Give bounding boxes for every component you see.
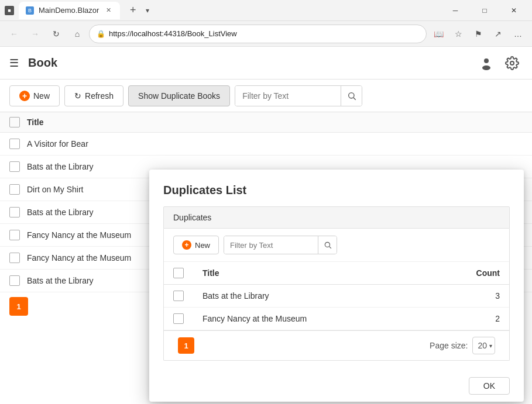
modal-search-icon: [324, 241, 332, 249]
page-size-value: 20: [478, 341, 487, 350]
favorites-button[interactable]: ☆: [449, 25, 468, 43]
refresh-icon: ↻: [74, 91, 81, 101]
collections-button[interactable]: ⚑: [469, 25, 488, 43]
modal-search-button[interactable]: [318, 236, 337, 254]
modal-filter-input[interactable]: [224, 236, 318, 254]
dup-title-0: Bats at the Library: [193, 285, 428, 308]
show-duplicate-label: Show Duplicate Books: [138, 91, 220, 101]
forward-button[interactable]: →: [26, 25, 44, 43]
search-button[interactable]: [341, 85, 362, 106]
modal-filter-wrap: [224, 236, 337, 254]
modal-new-button[interactable]: + New: [173, 236, 219, 254]
browser-tab[interactable]: B MainDemo.Blazor ✕: [19, 2, 120, 19]
list-item: A Visitor for Bear: [0, 133, 532, 156]
duplicates-modal[interactable]: Duplicates List Duplicates + New: [149, 170, 524, 402]
row-checkbox-2[interactable]: [9, 184, 20, 195]
table-row: Fancy Nancy at the Museum 2: [164, 308, 509, 330]
row-checkbox-1[interactable]: [9, 161, 20, 172]
user-icon-button[interactable]: [476, 53, 497, 74]
count-header: Count: [428, 262, 509, 285]
modal-page-1-button[interactable]: 1: [178, 337, 194, 354]
modal-header: Duplicates List: [149, 170, 524, 206]
row-checkbox-5[interactable]: [9, 253, 20, 263]
back-button[interactable]: ←: [5, 25, 23, 43]
refresh-button[interactable]: ↻ Refresh: [64, 85, 123, 106]
header-actions: [476, 53, 523, 74]
tab-close-button[interactable]: ✕: [104, 6, 113, 15]
row-checkbox-4[interactable]: [9, 230, 20, 240]
browser-navbar: ← → ↻ ⌂ 🔒 https://localhost:44318/Book_L…: [0, 21, 532, 47]
reader-mode-button[interactable]: 📖: [429, 25, 448, 43]
user-icon: [479, 56, 493, 70]
svg-line-4: [353, 98, 356, 100]
book-title-3: Bats at the Library: [27, 208, 94, 217]
gear-icon: [505, 56, 519, 70]
modal-body: Duplicates + New: [149, 206, 524, 370]
book-title-5: Fancy Nancy at the Museum: [27, 253, 131, 263]
table-header-checkbox[interactable]: [173, 268, 184, 278]
home-button[interactable]: ⌂: [68, 25, 87, 43]
refresh-nav-button[interactable]: ↻: [47, 25, 66, 43]
duplicates-table: Title Count Bats at the Library: [164, 262, 509, 330]
page-1-button[interactable]: 1: [9, 297, 28, 316]
modal-section-body: + New: [163, 229, 510, 361]
app-wrapper: ☰ Book: [0, 47, 532, 404]
dup-count-0: 3: [428, 285, 509, 308]
row-checkbox-modal-0[interactable]: [173, 291, 184, 301]
address-bar[interactable]: 🔒 https://localhost:44318/Book_ListView: [89, 25, 427, 43]
page-size-wrap: Page size: 20 ▾: [430, 337, 495, 354]
book-title-4: Fancy Nancy at the Museum: [27, 230, 131, 240]
page-size-label: Page size:: [430, 341, 468, 350]
svg-point-0: [484, 58, 489, 63]
minimize-button[interactable]: ─: [442, 2, 469, 19]
modal-plus-icon: +: [182, 240, 191, 250]
book-title-2: Dirt on My Shirt: [27, 185, 83, 194]
tab-list-button[interactable]: ▾: [146, 6, 149, 15]
header-checkbox[interactable]: [9, 117, 20, 127]
page-size-select[interactable]: 20 ▾: [472, 337, 495, 354]
close-button[interactable]: ✕: [500, 2, 527, 19]
maximize-button[interactable]: □: [471, 2, 498, 19]
title-header: Title: [193, 262, 428, 285]
main-toolbar: + New ↻ Refresh Show Duplicate Books: [0, 80, 532, 112]
row-checkbox-3[interactable]: [9, 207, 20, 217]
nav-actions: 📖 ☆ ⚑ ↗ …: [429, 25, 527, 43]
refresh-label: Refresh: [85, 91, 114, 101]
new-label: New: [33, 91, 50, 101]
filter-input[interactable]: [235, 86, 341, 106]
url-text: https://localhost:44318/Book_ListView: [109, 29, 419, 38]
title-column-header: Title: [27, 118, 44, 127]
window-icon: ■: [5, 6, 14, 15]
row-checkbox-modal-1[interactable]: [173, 313, 184, 324]
row-checkbox-0[interactable]: [9, 139, 20, 149]
settings-icon-button[interactable]: [502, 53, 523, 74]
browser-titlebar: ■ B MainDemo.Blazor ✕ + ▾ ─ □ ✕: [0, 0, 532, 21]
book-title-6: Bats at the Library: [27, 276, 94, 285]
lock-icon: 🔒: [97, 30, 105, 38]
list-header: Title: [0, 112, 532, 133]
new-tab-button[interactable]: +: [125, 2, 141, 19]
app-header: ☰ Book: [0, 47, 532, 80]
app-title: Book: [28, 56, 57, 70]
show-duplicate-button[interactable]: Show Duplicate Books: [128, 85, 230, 106]
modal-toolbar: + New: [164, 229, 509, 262]
share-button[interactable]: ↗: [489, 25, 507, 43]
ok-button[interactable]: OK: [469, 377, 510, 395]
search-icon: [347, 91, 356, 101]
book-title-1: Bats at the Library: [27, 162, 94, 171]
row-cb-cell-1: [164, 308, 193, 330]
filter-input-wrap: [235, 85, 362, 106]
dropdown-arrow-icon: ▾: [489, 343, 492, 349]
settings-button[interactable]: …: [509, 25, 527, 43]
svg-point-1: [482, 65, 490, 70]
svg-point-2: [510, 61, 514, 65]
modal-pagination: 1: [178, 337, 194, 354]
hamburger-icon[interactable]: ☰: [9, 57, 19, 70]
tab-icon: B: [26, 6, 34, 15]
row-checkbox-6[interactable]: [9, 275, 20, 286]
dup-count-1: 2: [428, 308, 509, 330]
svg-line-6: [329, 247, 331, 248]
new-button[interactable]: + New: [9, 85, 60, 106]
modal-ok-row: OK: [149, 370, 524, 402]
table-checkbox-header: [164, 262, 193, 285]
